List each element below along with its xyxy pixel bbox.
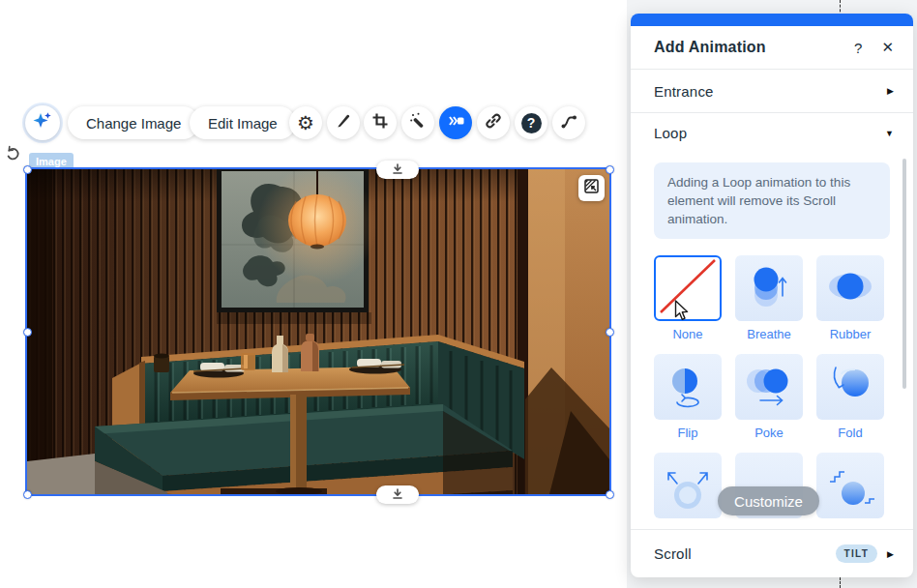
loop-option-breathe[interactable] xyxy=(735,255,803,321)
rotate-icon[interactable] xyxy=(4,144,23,167)
poke-icon xyxy=(737,354,801,420)
burst-icon xyxy=(656,453,720,518)
loop-option-flip[interactable] xyxy=(654,354,722,420)
pen-icon xyxy=(335,112,352,133)
stretch-arrow-icon xyxy=(391,162,404,179)
animation-icon xyxy=(446,111,465,134)
panel-title: Add Animation xyxy=(654,39,854,56)
selected-image[interactable] xyxy=(27,169,609,494)
ai-tools-button[interactable] xyxy=(25,105,60,140)
loop-option-9[interactable] xyxy=(816,453,884,518)
tilt-badge: TILT xyxy=(836,544,878,563)
crop-button[interactable] xyxy=(364,106,397,139)
add-animation-panel: Add Animation ? ✕ Entrance ▶ Loop ▼ Addi… xyxy=(631,14,913,577)
link-button[interactable] xyxy=(477,106,510,139)
section-scroll[interactable]: Scroll TILT ▶ xyxy=(631,530,913,577)
entrance-label: Entrance xyxy=(654,83,887,100)
help-button[interactable]: ? xyxy=(515,106,547,139)
breathe-icon xyxy=(737,255,801,321)
section-guide-dash-bottom xyxy=(840,577,841,588)
section-entrance[interactable]: Entrance ▶ xyxy=(631,70,913,112)
panel-help-icon[interactable]: ? xyxy=(854,40,862,56)
stretch-handle-bottom[interactable] xyxy=(376,485,419,504)
crop-icon xyxy=(371,112,389,133)
motion-path-icon xyxy=(560,112,578,134)
fold-icon xyxy=(818,354,882,420)
magic-wand-icon xyxy=(409,112,427,133)
chevron-down-icon: ▼ xyxy=(885,129,894,138)
scroll-label: Scroll xyxy=(654,545,836,562)
panel-header: Add Animation ? ✕ xyxy=(631,26,913,69)
loop-option-label[interactable]: Flip xyxy=(678,426,698,440)
handle-top-right[interactable] xyxy=(606,165,614,174)
loop-option-label[interactable]: None xyxy=(672,327,702,341)
loop-option-label[interactable]: Rubber xyxy=(830,327,872,341)
image-resize-button[interactable] xyxy=(578,175,605,201)
link-icon xyxy=(485,112,502,133)
resize-crop-icon xyxy=(583,178,600,198)
panel-scrollbar[interactable] xyxy=(902,159,906,389)
loop-section-content: Adding a Loop animation to this element … xyxy=(631,153,913,529)
ai-sparkle-icon xyxy=(32,110,53,135)
customize-button[interactable]: Customize xyxy=(718,486,819,515)
loop-notice: Adding a Loop animation to this element … xyxy=(654,162,890,239)
settings-button[interactable]: ⚙ xyxy=(289,106,322,139)
chevron-right-icon: ▶ xyxy=(887,86,894,96)
loop-option-fold[interactable] xyxy=(816,354,884,420)
section-loop[interactable]: Loop ▼ xyxy=(631,113,913,153)
loop-option-label[interactable]: Poke xyxy=(754,426,784,440)
handle-bottom-right[interactable] xyxy=(606,490,614,499)
help-icon: ? xyxy=(521,113,542,133)
handle-mid-right[interactable] xyxy=(606,328,614,337)
close-icon[interactable]: ✕ xyxy=(881,39,894,56)
none-icon xyxy=(656,255,720,321)
loop-option-poke[interactable] xyxy=(735,354,803,420)
loop-option-none[interactable] xyxy=(654,255,722,321)
handle-mid-left[interactable] xyxy=(23,328,32,337)
stretch-arrow-icon xyxy=(391,486,404,504)
change-image-button[interactable]: Change Image xyxy=(68,106,199,139)
ai-effects-button[interactable] xyxy=(401,106,434,139)
filters-button[interactable] xyxy=(327,106,360,139)
loop-options-grid: None Breathe xyxy=(654,255,890,524)
loop-option-label[interactable]: Fold xyxy=(838,426,862,440)
handle-top-left[interactable] xyxy=(23,165,32,174)
rubber-icon xyxy=(818,255,882,321)
animation-button[interactable] xyxy=(439,106,472,139)
motion-path-button[interactable] xyxy=(552,106,585,139)
edit-image-button[interactable]: Edit Image xyxy=(190,106,296,139)
panel-accent-bar xyxy=(631,14,913,26)
chevron-right-icon: ▶ xyxy=(887,549,894,559)
loop-label: Loop xyxy=(654,125,885,141)
loop-option-label[interactable]: Breathe xyxy=(747,327,791,341)
gear-icon: ⚙ xyxy=(297,113,314,132)
handle-bottom-left[interactable] xyxy=(23,490,32,499)
loop-option-rubber[interactable] xyxy=(816,255,884,321)
stretch-handle-top[interactable] xyxy=(376,161,419,179)
flip-icon xyxy=(656,354,720,420)
loop-option-7[interactable] xyxy=(654,453,722,518)
steps-icon xyxy=(818,453,882,518)
